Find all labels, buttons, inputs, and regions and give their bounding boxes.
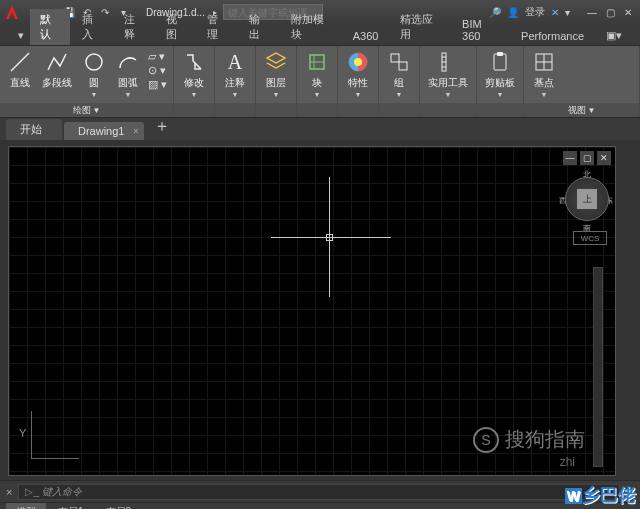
- command-placeholder: 键入命令: [42, 485, 82, 499]
- minimize-icon[interactable]: —: [584, 5, 600, 19]
- close-tab-icon[interactable]: ×: [133, 126, 138, 136]
- arc-button[interactable]: 圆弧 ▼: [112, 48, 144, 100]
- view-cube[interactable]: 上: [565, 177, 609, 221]
- ribbon-tab-annotate[interactable]: 注释: [114, 9, 154, 45]
- layers-button[interactable]: 图层 ▼: [260, 48, 292, 100]
- ribbon-tab-manage[interactable]: 管理: [197, 9, 237, 45]
- command-input[interactable]: ▷_ 键入命令: [18, 484, 620, 500]
- line-icon: [8, 50, 32, 74]
- properties-icon: [346, 50, 370, 74]
- svg-rect-7: [391, 54, 399, 62]
- properties-button[interactable]: 特性 ▼: [342, 48, 374, 100]
- new-tab-button[interactable]: ＋: [146, 113, 178, 140]
- layout-tabs: 模型 布局1 布局2 ＋: [0, 502, 640, 509]
- clipboard-button[interactable]: 剪贴板 ▼: [481, 48, 519, 100]
- ribbon-group-block: 块 ▼: [297, 46, 338, 117]
- exchange-icon[interactable]: ✕: [551, 7, 559, 18]
- ribbon-tab-output[interactable]: 输出: [239, 9, 279, 45]
- group-button[interactable]: 组 ▼: [383, 48, 415, 100]
- svg-point-1: [86, 54, 102, 70]
- viewport-controls: — ▢ ✕: [563, 151, 611, 165]
- layout-tab-layout2[interactable]: 布局2: [96, 503, 142, 510]
- ribbon-group-group: 组 ▼: [379, 46, 420, 117]
- ribbon-tab-featured[interactable]: 精选应用: [390, 9, 450, 45]
- command-prefix: ▷_: [25, 486, 39, 497]
- basepoint-icon: [532, 50, 556, 74]
- doc-tab-start[interactable]: 开始: [6, 119, 62, 140]
- block-button[interactable]: 块 ▼: [301, 48, 333, 100]
- layers-icon: [264, 50, 288, 74]
- ribbon-group-utilities: 实用工具 ▼: [420, 46, 477, 117]
- layout-add-button[interactable]: ＋: [143, 503, 165, 510]
- ribbon-group-draw: 直线 多段线 圆 ▼ 圆弧 ▼ ▱ ▾ ⊙ ▾ ▨ ▾ 绘图▼: [0, 46, 174, 117]
- basepoint-button[interactable]: 基点 ▼: [528, 48, 560, 100]
- circle-icon: [82, 50, 106, 74]
- ucs-x-axis: [31, 458, 79, 459]
- svg-rect-13: [494, 54, 506, 70]
- draw-more-2-icon[interactable]: ⊙ ▾: [148, 64, 167, 77]
- ribbon-panel: 直线 多段线 圆 ▼ 圆弧 ▼ ▱ ▾ ⊙ ▾ ▨ ▾ 绘图▼: [0, 46, 640, 118]
- layout-tab-model[interactable]: 模型: [6, 503, 46, 510]
- clipboard-icon: [488, 50, 512, 74]
- cursor-pickbox: [326, 234, 333, 241]
- utilities-icon: [436, 50, 460, 74]
- group-label-view: 视图: [568, 104, 586, 117]
- svg-point-6: [354, 58, 362, 66]
- workspace: Y — ▢ ✕ 北 南 西 东 上 WCS S 搜狗指南 zhi: [0, 140, 640, 480]
- ribbon-tab-view[interactable]: 视图: [156, 9, 196, 45]
- vp-maximize-icon[interactable]: ▢: [580, 151, 594, 165]
- layout-tab-layout1[interactable]: 布局1: [48, 503, 94, 510]
- watermark-sub: zhi: [560, 455, 575, 469]
- ucs-y-axis: [31, 411, 32, 459]
- svg-rect-8: [399, 62, 407, 70]
- document-tabs: 开始 Drawing1× ＋: [0, 118, 640, 140]
- circle-button[interactable]: 圆 ▼: [78, 48, 110, 100]
- text-icon: A: [223, 50, 247, 74]
- vp-minimize-icon[interactable]: —: [563, 151, 577, 165]
- polyline-button[interactable]: 多段线: [38, 48, 76, 92]
- maximize-icon[interactable]: ▢: [602, 5, 618, 19]
- ribbon-tab-bim360[interactable]: BIM 360: [452, 15, 509, 45]
- watermark: S 搜狗指南: [473, 426, 585, 453]
- vp-close-icon[interactable]: ✕: [597, 151, 611, 165]
- annotate-button[interactable]: A 注释 ▼: [219, 48, 251, 100]
- app-menu-tab[interactable]: ▾: [8, 26, 28, 45]
- modify-button[interactable]: 修改 ▼: [178, 48, 210, 100]
- wcs-badge[interactable]: WCS: [573, 231, 607, 245]
- view-cube-top[interactable]: 上: [577, 189, 597, 209]
- ribbon-group-annotate: A 注释 ▼: [215, 46, 256, 117]
- ucs-y-label: Y: [19, 427, 26, 439]
- block-icon: [305, 50, 329, 74]
- ribbon-group-modify: 修改 ▼: [174, 46, 215, 117]
- signin-label[interactable]: 登录: [525, 5, 545, 19]
- draw-more-3-icon[interactable]: ▨ ▾: [148, 78, 167, 91]
- ribbon-tab-default[interactable]: 默认: [30, 9, 70, 45]
- line-button[interactable]: 直线: [4, 48, 36, 92]
- sogou-logo-icon: S: [473, 427, 499, 453]
- ribbon-collapse-icon[interactable]: ▣▾: [596, 26, 632, 45]
- ribbon-tab-performance[interactable]: Performance: [511, 27, 594, 45]
- group-label-draw: 绘图: [73, 104, 91, 117]
- ribbon-tab-insert[interactable]: 插入: [72, 9, 112, 45]
- app-logo-icon: [4, 4, 20, 20]
- svg-rect-14: [497, 52, 503, 56]
- help-icon[interactable]: ▾: [565, 7, 570, 18]
- watermark-text: 搜狗指南: [505, 426, 585, 453]
- utilities-button[interactable]: 实用工具 ▼: [424, 48, 472, 100]
- cmdline-close-icon[interactable]: ×: [6, 486, 12, 498]
- draw-more-1-icon[interactable]: ▱ ▾: [148, 50, 167, 63]
- group-icon: [387, 50, 411, 74]
- ribbon-tab-strip: ▾ 默认 插入 注释 视图 管理 输出 附加模块 A360 精选应用 BIM 3…: [0, 24, 640, 46]
- ribbon-tab-addins[interactable]: 附加模块: [281, 9, 341, 45]
- drawing-canvas[interactable]: Y — ▢ ✕ 北 南 西 东 上 WCS S 搜狗指南 zhi: [8, 146, 616, 476]
- nav-bar[interactable]: [593, 267, 603, 467]
- close-icon[interactable]: ✕: [620, 5, 636, 19]
- polyline-icon: [45, 50, 69, 74]
- site-watermark: W乡巴佬: [565, 483, 636, 507]
- modify-icon: [182, 50, 206, 74]
- arc-icon: [116, 50, 140, 74]
- doc-tab-drawing1[interactable]: Drawing1×: [64, 122, 144, 140]
- ribbon-group-view: 基点 ▼ 视图▼: [524, 46, 640, 117]
- ribbon-group-properties: 特性 ▼: [338, 46, 379, 117]
- ribbon-tab-a360[interactable]: A360: [343, 27, 389, 45]
